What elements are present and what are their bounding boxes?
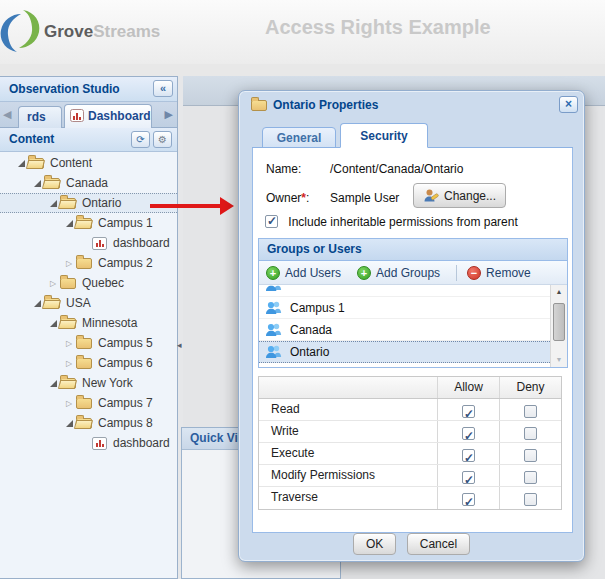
name-value: /Content/Canada/Ontario [330, 162, 463, 176]
list-item-campus1[interactable]: Campus 1 [259, 297, 550, 319]
folder-closed-icon [76, 258, 92, 269]
add-users-button[interactable]: +Add Users [266, 266, 341, 280]
expand-icon[interactable] [48, 193, 58, 213]
expand-icon[interactable] [48, 373, 58, 393]
dashboard-tabstrip: ◀ rds Dashboards2 ▶ [0, 102, 177, 128]
expand-icon[interactable] [32, 173, 42, 193]
ok-button[interactable]: OK [353, 533, 396, 555]
tree-item-campus1[interactable]: Campus 1 [0, 213, 177, 233]
allow-checkbox-modify[interactable] [462, 471, 475, 484]
panel-collapse-button[interactable]: « [153, 80, 173, 97]
groups-toolbar: +Add Users +Add Groups −Remove [259, 261, 567, 285]
list-item-partial[interactable] [259, 285, 550, 297]
folder-open-icon [28, 158, 44, 169]
tab-scroll-right-icon[interactable]: ▶ [165, 108, 173, 121]
allow-checkbox-write[interactable] [462, 427, 475, 440]
scroll-up-icon[interactable]: ▲ [551, 285, 567, 299]
inherit-label: Include inheritable permissions from par… [288, 215, 517, 229]
tab-security[interactable]: Security [340, 123, 428, 148]
content-tree: Content Canada Ontario Campus 1 dashboar… [0, 153, 177, 578]
change-owner-button[interactable]: Change... [413, 183, 506, 208]
deny-checkbox-traverse[interactable] [524, 493, 537, 506]
folder-closed-icon [60, 278, 76, 289]
expand-icon[interactable] [64, 413, 74, 433]
collapse-icon[interactable] [64, 352, 74, 374]
tree-item-campus7[interactable]: Campus 7 [0, 393, 177, 413]
list-item-ontario[interactable]: Ontario [259, 341, 550, 363]
deny-checkbox-write[interactable] [524, 427, 537, 440]
expand-icon[interactable] [32, 293, 42, 313]
brand-text: GroveStreams [44, 22, 160, 42]
groups-or-users-panel: Groups or Users +Add Users +Add Groups −… [258, 238, 568, 368]
collapse-icon[interactable] [64, 252, 74, 274]
expand-icon[interactable] [48, 313, 58, 333]
tree-item-newyork[interactable]: New York [0, 373, 177, 393]
allow-checkbox-execute[interactable] [462, 449, 475, 462]
top-banner: GroveStreams Access Rights Example [0, 0, 605, 64]
tree-item-campus6[interactable]: Campus 6 [0, 353, 177, 373]
group-icon [265, 322, 282, 338]
deny-checkbox-modify[interactable] [524, 471, 537, 484]
collapse-icon[interactable] [64, 332, 74, 354]
gear-icon[interactable]: ⚙ [153, 131, 172, 148]
scrollbar-thumb[interactable] [553, 303, 565, 341]
tab-dashboards2[interactable]: Dashboards2 [64, 104, 152, 128]
allow-checkbox-read[interactable] [462, 405, 475, 418]
tree-item-content[interactable]: Content [0, 153, 177, 173]
content-panel-title: Content [9, 132, 54, 146]
expand-icon[interactable] [64, 213, 74, 233]
dialog-titlebar: Ontario Properties [251, 98, 378, 112]
groups-list: Campus 1 Canada Ontario ▲ [259, 285, 567, 367]
add-icon: + [266, 266, 280, 280]
list-item-canada[interactable]: Canada [259, 319, 550, 341]
list-scrollbar[interactable]: ▲ ▼ [550, 285, 567, 367]
inherit-permissions-row: Include inheritable permissions from par… [265, 214, 518, 229]
folder-closed-icon [76, 338, 92, 349]
tree-item-campus8[interactable]: Campus 8 [0, 413, 177, 433]
deny-column-header: Deny [499, 377, 561, 398]
allow-checkbox-traverse[interactable] [462, 493, 475, 506]
tree-item-dashboard2[interactable]: dashboard [0, 433, 177, 453]
observation-studio-title: Observation Studio [9, 82, 120, 96]
expand-icon[interactable] [16, 153, 26, 173]
dialog-title: Ontario Properties [273, 98, 378, 112]
tree-item-quebec[interactable]: Quebec [0, 273, 177, 293]
folder-open-icon [60, 318, 76, 329]
tree-item-usa[interactable]: USA [0, 293, 177, 313]
tree-item-campus2[interactable]: Campus 2 [0, 253, 177, 273]
content-panel-header: Content ⟳ ⚙ [0, 128, 177, 152]
folder-open-icon [76, 418, 92, 429]
grovestreams-logo-icon [0, 8, 42, 54]
close-icon[interactable]: × [559, 96, 578, 113]
tree-item-minnesota[interactable]: Minnesota [0, 313, 177, 333]
deny-checkbox-execute[interactable] [524, 449, 537, 462]
refresh-icon[interactable]: ⟳ [131, 131, 150, 148]
dialog-footer: OK Cancel [239, 533, 584, 555]
inherit-checkbox[interactable] [265, 215, 278, 228]
folder-open-icon [60, 198, 76, 209]
deny-checkbox-read[interactable] [524, 405, 537, 418]
tree-item-ontario[interactable]: Ontario [0, 193, 177, 213]
tree-item-campus5[interactable]: Campus 5 [0, 333, 177, 353]
scroll-down-icon[interactable]: ▼ [551, 353, 567, 367]
tab-scroll-left-icon[interactable]: ◀ [3, 108, 11, 121]
group-icon [265, 285, 282, 293]
security-tab-panel: Name: /Content/Canada/Ontario Owner*: Sa… [252, 148, 573, 533]
tree-item-canada[interactable]: Canada [0, 173, 177, 193]
tab-general[interactable]: General [262, 127, 336, 148]
splitter-collapse-icon[interactable]: ◂ [177, 340, 182, 350]
table-row-execute: Execute [259, 443, 561, 465]
collapse-icon[interactable] [64, 392, 74, 414]
observation-studio-panel: Observation Studio « ◀ rds Dashboards2 ▶… [0, 76, 178, 579]
add-groups-button[interactable]: +Add Groups [357, 266, 440, 280]
cancel-button[interactable]: Cancel [407, 533, 470, 555]
table-row-modify-permissions: Modify Permissions [259, 465, 561, 487]
permission-name-header [259, 377, 437, 398]
app-root: GroveStreams Access Rights Example Obser… [0, 0, 605, 579]
remove-button[interactable]: −Remove [467, 266, 531, 280]
tab-dashboards-partial[interactable]: rds [18, 106, 62, 128]
tree-item-dashboard1[interactable]: dashboard [0, 233, 177, 253]
allow-column-header: Allow [437, 377, 499, 398]
add-icon: + [357, 266, 371, 280]
collapse-icon[interactable] [48, 272, 58, 294]
